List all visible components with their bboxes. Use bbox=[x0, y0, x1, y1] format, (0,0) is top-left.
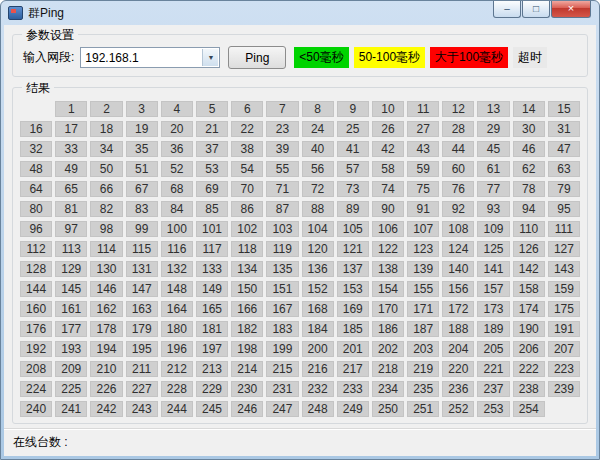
host-cell: 79 bbox=[548, 181, 580, 197]
host-cell: 75 bbox=[407, 181, 439, 197]
host-cell: 210 bbox=[90, 361, 122, 377]
host-cell: 158 bbox=[513, 281, 545, 297]
host-cell: 83 bbox=[126, 201, 158, 217]
host-cell: 197 bbox=[196, 341, 228, 357]
host-cell: 204 bbox=[442, 341, 474, 357]
host-cell: 17 bbox=[55, 121, 87, 137]
host-cell: 194 bbox=[90, 341, 122, 357]
host-cell: 242 bbox=[90, 401, 122, 417]
host-cell: 225 bbox=[55, 381, 87, 397]
host-cell: 62 bbox=[513, 161, 545, 177]
host-cell: 77 bbox=[477, 181, 509, 197]
host-cell: 84 bbox=[161, 201, 193, 217]
host-cell: 55 bbox=[266, 161, 298, 177]
host-cell: 35 bbox=[126, 141, 158, 157]
network-segment-input[interactable] bbox=[81, 49, 219, 68]
host-cell: 219 bbox=[407, 361, 439, 377]
host-cell: 153 bbox=[337, 281, 369, 297]
host-cell: 15 bbox=[548, 101, 580, 117]
host-cell: 201 bbox=[337, 341, 369, 357]
host-cell: 182 bbox=[231, 321, 263, 337]
host-cell: 81 bbox=[55, 201, 87, 217]
network-segment-combobox[interactable]: ▼ bbox=[80, 47, 220, 68]
result-grid: 1234567891011121314151617181920212223242… bbox=[20, 101, 580, 416]
host-cell: 31 bbox=[548, 121, 580, 137]
host-cell: 176 bbox=[20, 321, 52, 337]
host-cell: 239 bbox=[548, 381, 580, 397]
host-cell: 12 bbox=[442, 101, 474, 117]
host-cell: 146 bbox=[90, 281, 122, 297]
host-cell: 113 bbox=[55, 241, 87, 257]
host-cell: 217 bbox=[337, 361, 369, 377]
host-cell: 142 bbox=[513, 261, 545, 277]
host-cell: 80 bbox=[20, 201, 52, 217]
host-cell: 99 bbox=[126, 221, 158, 237]
host-cell: 68 bbox=[161, 181, 193, 197]
host-cell: 200 bbox=[302, 341, 334, 357]
host-cell: 26 bbox=[372, 121, 404, 137]
host-cell: 27 bbox=[407, 121, 439, 137]
legend-chip-over100: 大于100毫秒 bbox=[430, 47, 508, 68]
host-cell: 115 bbox=[126, 241, 158, 257]
host-cell: 230 bbox=[231, 381, 263, 397]
host-cell: 114 bbox=[90, 241, 122, 257]
host-cell: 144 bbox=[20, 281, 52, 297]
host-cell: 8 bbox=[302, 101, 334, 117]
host-cell: 128 bbox=[20, 261, 52, 277]
host-cell: 207 bbox=[548, 341, 580, 357]
host-cell: 226 bbox=[90, 381, 122, 397]
close-button[interactable]: × bbox=[551, 1, 591, 18]
host-cell: 250 bbox=[372, 401, 404, 417]
host-cell: 208 bbox=[20, 361, 52, 377]
host-cell: 149 bbox=[196, 281, 228, 297]
host-cell: 168 bbox=[302, 301, 334, 317]
host-cell: 241 bbox=[55, 401, 87, 417]
host-cell: 29 bbox=[477, 121, 509, 137]
host-cell: 61 bbox=[477, 161, 509, 177]
host-cell: 14 bbox=[513, 101, 545, 117]
host-cell: 237 bbox=[477, 381, 509, 397]
host-cell: 147 bbox=[126, 281, 158, 297]
host-cell: 95 bbox=[548, 201, 580, 217]
host-cell: 136 bbox=[302, 261, 334, 277]
host-cell: 63 bbox=[548, 161, 580, 177]
host-cell: 32 bbox=[20, 141, 52, 157]
host-cell: 105 bbox=[337, 221, 369, 237]
host-cell: 51 bbox=[126, 161, 158, 177]
host-cell: 109 bbox=[477, 221, 509, 237]
host-cell: 156 bbox=[442, 281, 474, 297]
host-cell: 165 bbox=[196, 301, 228, 317]
host-cell: 33 bbox=[55, 141, 87, 157]
host-cell: 5 bbox=[196, 101, 228, 117]
host-cell: 120 bbox=[302, 241, 334, 257]
host-cell: 41 bbox=[337, 141, 369, 157]
maximize-button[interactable]: □ bbox=[522, 1, 550, 18]
host-cell: 167 bbox=[266, 301, 298, 317]
host-cell: 50 bbox=[90, 161, 122, 177]
host-cell: 72 bbox=[302, 181, 334, 197]
minimize-icon: – bbox=[504, 3, 510, 14]
ping-button[interactable]: Ping bbox=[228, 46, 286, 69]
settings-row: 输入网段: ▼ Ping <50毫秒 50-100毫秒 大于100毫秒 超时 bbox=[13, 35, 587, 76]
host-cell: 45 bbox=[477, 141, 509, 157]
host-cell: 116 bbox=[161, 241, 193, 257]
host-cell: 154 bbox=[372, 281, 404, 297]
host-cell: 104 bbox=[302, 221, 334, 237]
caption-buttons: – □ × bbox=[493, 1, 591, 18]
host-cell: 179 bbox=[126, 321, 158, 337]
host-cell: 38 bbox=[231, 141, 263, 157]
host-cell: 252 bbox=[442, 401, 474, 417]
host-cell: 78 bbox=[513, 181, 545, 197]
host-cell: 235 bbox=[407, 381, 439, 397]
host-cell: 212 bbox=[161, 361, 193, 377]
host-cell: 172 bbox=[442, 301, 474, 317]
host-cell: 118 bbox=[231, 241, 263, 257]
host-cell: 195 bbox=[126, 341, 158, 357]
host-cell: 145 bbox=[55, 281, 87, 297]
host-cell: 139 bbox=[407, 261, 439, 277]
combo-dropdown-button[interactable]: ▼ bbox=[202, 49, 218, 66]
host-cell: 64 bbox=[20, 181, 52, 197]
minimize-button[interactable]: – bbox=[493, 1, 521, 18]
host-cell: 140 bbox=[442, 261, 474, 277]
host-cell: 2 bbox=[90, 101, 122, 117]
